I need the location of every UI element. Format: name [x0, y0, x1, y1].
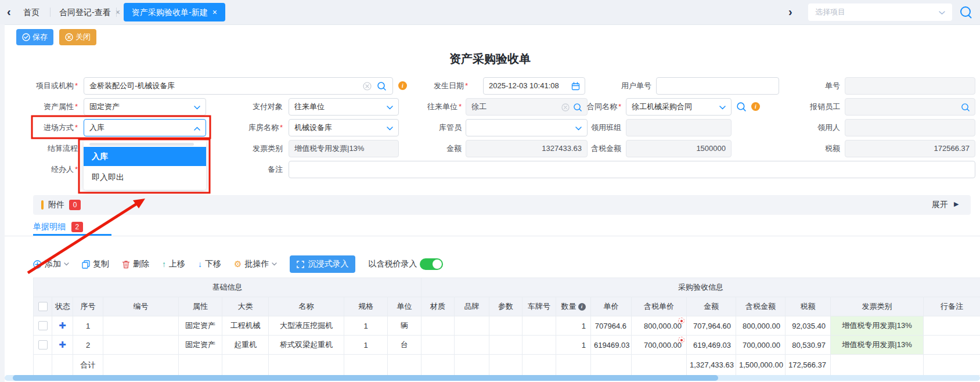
row-checkbox-cell[interactable]: [34, 336, 52, 355]
search-icon[interactable]: [961, 103, 970, 112]
move-down-button[interactable]: ↓ 下移: [198, 259, 221, 269]
entry-mode-select-open[interactable]: 入库: [84, 119, 206, 136]
attachment-bar[interactable]: 附件 0 展开 ▶: [33, 195, 971, 215]
cell-price-with-tax[interactable]: 700,000.00: [632, 336, 687, 355]
cell-invoice-type[interactable]: 增值税专用发票|13%: [831, 336, 924, 355]
batch-ops-button[interactable]: ⚙ 批操作: [234, 259, 277, 269]
delete-button[interactable]: 删除: [122, 259, 149, 269]
expand-label[interactable]: 展开: [932, 200, 948, 210]
tax-entry-toggle[interactable]: [420, 258, 443, 270]
clear-icon[interactable]: [561, 103, 570, 111]
project-field[interactable]: 金桥装配公司-机械设备库: [84, 77, 393, 95]
search-icon[interactable]: [959, 5, 973, 19]
plus-status-icon[interactable]: ✚: [59, 340, 66, 349]
checkbox[interactable]: [38, 340, 48, 349]
dropdown-scrollbar[interactable]: [89, 143, 194, 146]
tab-detail-list[interactable]: 单据明细 2: [33, 219, 83, 233]
tax-label: 税额: [801, 140, 840, 157]
cell-param[interactable]: [489, 336, 523, 355]
cell-name[interactable]: 桥式双梁起重机: [269, 336, 344, 355]
cell-attr[interactable]: 固定资产: [179, 336, 222, 355]
cell-qty[interactable]: 1: [556, 336, 591, 355]
cell-attr[interactable]: 固定资产: [179, 316, 222, 336]
back-chevron-icon[interactable]: ‹: [7, 0, 11, 24]
cell-param[interactable]: [489, 316, 523, 336]
row-checkbox-cell[interactable]: [34, 316, 52, 336]
user-no-field[interactable]: [656, 77, 779, 95]
plus-status-icon[interactable]: ✚: [59, 320, 66, 330]
col-unit: 单位: [388, 297, 421, 316]
cell-code[interactable]: [103, 336, 179, 355]
cell-row-remark[interactable]: [924, 336, 980, 355]
copy-button[interactable]: 复制: [82, 259, 109, 269]
close-icon[interactable]: ×: [212, 8, 217, 17]
col-brand: 品牌: [455, 297, 489, 316]
cell-spec[interactable]: 1: [344, 336, 388, 355]
project-select[interactable]: 选择项目: [808, 3, 952, 21]
cell-plate-no[interactable]: [523, 336, 556, 355]
cell-price[interactable]: 619469.03: [591, 336, 632, 355]
total-tax: 172,566.37: [786, 355, 831, 376]
tab-bar: ‹ 首页 合同登记-查看× 资产采购验收单-新建× › 选择项目: [0, 0, 980, 25]
contract-select[interactable]: 徐工机械采购合同: [626, 98, 732, 116]
row-status-cell[interactable]: ✚: [52, 336, 73, 355]
cell-qty[interactable]: 1: [556, 316, 591, 336]
add-button[interactable]: 添加: [33, 259, 69, 269]
dropdown-option-ruku[interactable]: 入库: [84, 147, 206, 166]
tab-acceptance-new-active[interactable]: 资产采购验收单-新建×: [124, 3, 225, 21]
close-button[interactable]: 关闭: [59, 29, 96, 45]
move-up-button[interactable]: ↑ 上移: [162, 259, 185, 269]
cell-unit[interactable]: 台: [388, 336, 421, 355]
cell-brand[interactable]: [455, 336, 489, 355]
cell-seq: 1: [73, 316, 103, 336]
use-team-label: 领用班组: [572, 119, 621, 136]
forward-chevron-icon[interactable]: ›: [788, 0, 792, 24]
clear-icon[interactable]: [363, 82, 372, 91]
search-icon[interactable]: [736, 102, 747, 112]
attachment-label: 附件: [48, 200, 64, 210]
info-icon[interactable]: i: [751, 102, 760, 111]
cell-brand[interactable]: [455, 316, 489, 336]
table-row[interactable]: ✚ 1 固定资产 工程机械 大型液压挖掘机 1 辆 1 707964.6 800…: [34, 316, 980, 336]
frame-icon: [297, 261, 304, 268]
immersive-entry-button[interactable]: 沉浸式录入: [290, 255, 355, 273]
cell-name[interactable]: 大型液压挖掘机: [269, 316, 344, 336]
checkbox[interactable]: [38, 302, 48, 311]
cell-row-remark[interactable]: [924, 316, 980, 336]
horizontal-scrollbar[interactable]: [5, 375, 980, 381]
counterparty-field[interactable]: 徐工: [466, 98, 588, 116]
warehouse-select[interactable]: 机械设备库: [289, 119, 399, 136]
cell-unit[interactable]: 辆: [388, 316, 421, 336]
cell-spec[interactable]: 1: [344, 316, 388, 336]
expand-arrow-icon[interactable]: ▶: [954, 200, 959, 208]
tab-contract-view[interactable]: 合同登记-查看×: [59, 0, 120, 24]
search-icon[interactable]: [377, 81, 387, 91]
scrollbar-thumb[interactable]: [13, 375, 718, 381]
cell-price-with-tax[interactable]: 800,000.00: [632, 316, 687, 336]
table-row[interactable]: ✚ 2 固定资产 起重机 桥式双梁起重机 1 台 1 619469.03 700…: [34, 336, 980, 355]
cell-category[interactable]: 工程机械: [222, 316, 269, 336]
info-icon[interactable]: i: [578, 303, 586, 311]
select-all-checkbox-cell[interactable]: [34, 297, 52, 316]
cell-category[interactable]: 起重机: [222, 336, 269, 355]
calendar-icon[interactable]: [571, 82, 580, 91]
col-code: 编号: [103, 297, 179, 316]
info-icon[interactable]: i: [398, 81, 407, 90]
cell-code[interactable]: [103, 316, 179, 336]
dropdown-option-jiru-jichu[interactable]: 即入即出: [84, 168, 206, 187]
checkbox[interactable]: [38, 321, 48, 330]
cell-price[interactable]: 707964.6: [591, 316, 632, 336]
remark-field[interactable]: [289, 161, 975, 178]
pay-target-select[interactable]: 往来单位: [289, 98, 399, 116]
row-status-cell[interactable]: ✚: [52, 316, 73, 336]
tab-home[interactable]: 首页: [23, 0, 39, 24]
cell-material[interactable]: [421, 336, 455, 355]
asset-attr-select[interactable]: 固定资产: [84, 98, 206, 116]
save-button[interactable]: 保存: [16, 29, 53, 45]
warehouse-keeper-select[interactable]: [466, 119, 588, 136]
occur-date-field[interactable]: 2025-12-03 10:41:08: [483, 77, 585, 95]
cell-material[interactable]: [421, 316, 455, 336]
cell-invoice-type[interactable]: 增值税专用发票|13%: [831, 316, 924, 336]
reimburser-field[interactable]: [845, 98, 975, 116]
cell-plate-no[interactable]: [523, 316, 556, 336]
